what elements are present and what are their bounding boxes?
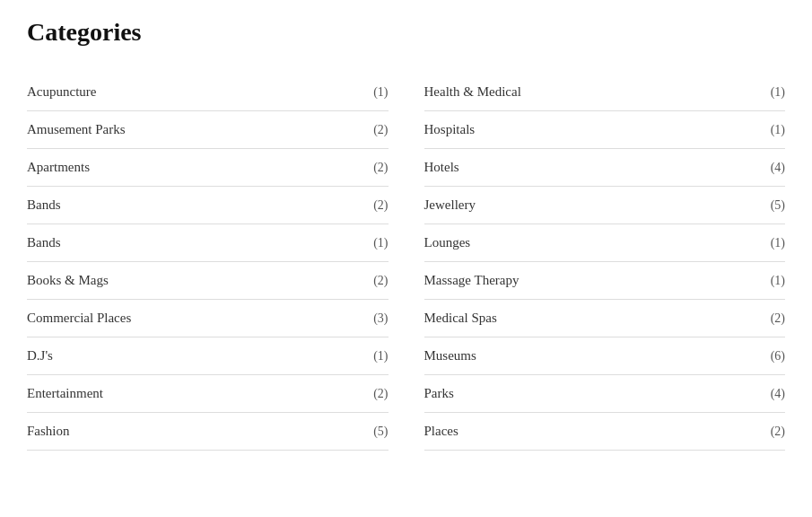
left-column: Acupuncture (1) Amusement Parks (2) Apar… <box>27 74 389 451</box>
list-item[interactable]: Massage Therapy (1) <box>424 262 786 300</box>
category-name: Hotels <box>424 160 459 175</box>
category-count: (4) <box>771 387 785 401</box>
list-item[interactable]: Commercial Places (3) <box>27 300 389 337</box>
category-count: (6) <box>771 349 785 364</box>
list-item[interactable]: Fashion (5) <box>27 413 389 451</box>
right-column: Health & Medical (1) Hospitals (1) Hotel… <box>424 74 786 451</box>
list-item[interactable]: Health & Medical (1) <box>424 74 786 111</box>
category-name: Parks <box>424 386 454 401</box>
category-name: Museums <box>424 348 476 364</box>
category-name: Massage Therapy <box>424 273 520 288</box>
category-count: (1) <box>373 236 388 250</box>
category-name: Jewellery <box>424 197 476 213</box>
category-name: Lounges <box>424 235 471 250</box>
list-item[interactable]: D.J's (1) <box>27 337 389 375</box>
list-item[interactable]: Jewellery (5) <box>424 187 786 224</box>
category-count: (2) <box>373 161 388 175</box>
category-name: Hospitals <box>424 122 476 137</box>
category-name: Apartments <box>27 160 90 175</box>
categories-grid: Acupuncture (1) Amusement Parks (2) Apar… <box>27 74 785 451</box>
category-count: (2) <box>373 123 388 137</box>
category-name: D.J's <box>27 348 53 364</box>
category-count: (2) <box>373 198 388 213</box>
category-name: Places <box>424 424 458 439</box>
category-name: Bands <box>27 235 61 250</box>
category-count: (2) <box>373 274 388 288</box>
category-count: (5) <box>771 198 785 213</box>
category-count: (3) <box>373 311 388 326</box>
list-item[interactable]: Hospitals (1) <box>424 111 786 149</box>
list-item[interactable]: Bands (2) <box>27 187 389 224</box>
category-name: Medical Spas <box>424 311 497 326</box>
list-item[interactable]: Apartments (2) <box>27 149 389 187</box>
list-item[interactable]: Books & Mags (2) <box>27 262 389 300</box>
list-item[interactable]: Places (2) <box>424 413 786 451</box>
category-count: (5) <box>373 425 388 439</box>
category-count: (1) <box>373 349 388 364</box>
list-item[interactable]: Bands (1) <box>27 224 389 262</box>
list-item[interactable]: Entertainment (2) <box>27 375 389 413</box>
category-count: (2) <box>771 311 785 326</box>
category-name: Fashion <box>27 424 70 439</box>
list-item[interactable]: Medical Spas (2) <box>424 300 786 337</box>
list-item[interactable]: Hotels (4) <box>424 149 786 187</box>
category-name: Health & Medical <box>424 84 521 100</box>
category-count: (1) <box>771 123 785 137</box>
category-count: (1) <box>771 85 785 100</box>
category-name: Commercial Places <box>27 311 131 326</box>
list-item[interactable]: Lounges (1) <box>424 224 786 262</box>
category-name: Amusement Parks <box>27 122 126 137</box>
category-count: (4) <box>771 161 785 175</box>
category-count: (1) <box>373 85 388 100</box>
category-count: (1) <box>771 274 785 288</box>
list-item[interactable]: Acupuncture (1) <box>27 74 389 111</box>
list-item[interactable]: Parks (4) <box>424 375 786 413</box>
list-item[interactable]: Museums (6) <box>424 337 786 375</box>
category-name: Books & Mags <box>27 273 109 288</box>
category-count: (2) <box>373 387 388 401</box>
category-name: Acupuncture <box>27 84 96 100</box>
category-name: Bands <box>27 197 61 213</box>
category-count: (1) <box>771 236 785 250</box>
category-name: Entertainment <box>27 386 103 401</box>
category-count: (2) <box>771 425 785 439</box>
page-title: Categories <box>27 18 785 47</box>
list-item[interactable]: Amusement Parks (2) <box>27 111 389 149</box>
